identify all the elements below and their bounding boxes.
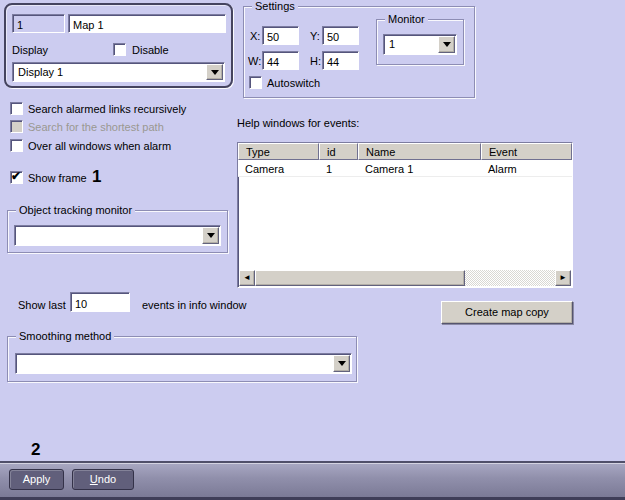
autoswitch-checkbox[interactable] <box>249 76 262 89</box>
settings-title: Settings <box>252 0 298 12</box>
chevron-down-icon[interactable] <box>202 227 219 244</box>
shortest-path-checkbox <box>10 120 23 133</box>
disable-checkbox-label: Disable <box>132 44 169 57</box>
help-windows-label: Help windows for events: <box>237 117 359 130</box>
annotation-step-1: 1 <box>92 168 100 185</box>
display-select-value: Display 1 <box>18 66 63 78</box>
smoothing-group: Smoothing method <box>7 336 357 382</box>
map-id-field[interactable] <box>12 14 65 33</box>
monitor-select[interactable]: 1 <box>383 34 457 55</box>
help-events-table: Type id Name Event Camera 1 Camera 1 Ala… <box>237 142 573 288</box>
w-label: W: <box>248 55 261 68</box>
h-label: H: <box>310 55 321 68</box>
over-all-windows-checkbox[interactable] <box>10 139 23 152</box>
chevron-down-icon[interactable] <box>438 36 455 53</box>
object-tracking-title: Object tracking monitor <box>16 204 135 216</box>
column-header-event[interactable]: Event <box>481 143 572 160</box>
cell-type: Camera <box>238 160 319 176</box>
bottom-toolbar: Apply Undo <box>0 461 625 500</box>
shortest-path-label: Search for the shortest path <box>28 121 164 134</box>
column-header-type[interactable]: Type <box>238 143 319 160</box>
events-info-window-label: events in info window <box>142 299 247 312</box>
undo-button-label: ndo <box>98 473 116 485</box>
smoothing-field <box>15 353 352 374</box>
create-map-copy-label: Create map copy <box>465 306 549 318</box>
scroll-right-icon[interactable]: ► <box>555 270 571 286</box>
over-all-windows-label: Over all windows when alarm <box>28 140 171 153</box>
disable-checkbox[interactable] <box>113 43 126 56</box>
map-name-field[interactable] <box>68 14 226 33</box>
chevron-down-icon[interactable] <box>333 355 350 372</box>
cell-name: Camera 1 <box>358 160 481 176</box>
help-events-table-header: Type id Name Event <box>238 143 572 160</box>
y-label: Y: <box>310 30 320 43</box>
monitor-value: 1 <box>389 38 395 50</box>
search-alarmed-label: Search alarmed links recursively <box>28 103 186 116</box>
cell-id: 1 <box>319 160 358 176</box>
h-field[interactable] <box>322 51 359 70</box>
display-select[interactable]: Display 1 <box>12 62 225 82</box>
object-tracking-select[interactable] <box>14 225 221 246</box>
scrollbar-thumb[interactable] <box>255 270 465 286</box>
autoswitch-label: Autoswitch <box>267 77 320 90</box>
column-header-id[interactable]: id <box>319 143 358 160</box>
y-field[interactable] <box>322 26 359 45</box>
search-alarmed-checkbox[interactable] <box>10 102 23 115</box>
apply-button-label: Apply <box>23 473 51 485</box>
horizontal-scrollbar[interactable]: ◄ ► <box>239 270 571 286</box>
smoothing-title: Smoothing method <box>16 330 114 342</box>
apply-button[interactable]: Apply <box>9 469 64 490</box>
chevron-down-icon[interactable] <box>206 64 223 80</box>
cell-event: Alarm <box>481 160 572 176</box>
column-header-name[interactable]: Name <box>358 143 481 160</box>
monitor-title: Monitor <box>385 13 428 25</box>
show-last-label: Show last <box>18 299 66 312</box>
undo-accel: U <box>90 473 98 485</box>
create-map-copy-button[interactable]: Create map copy <box>441 301 573 324</box>
show-frame-checkbox[interactable]: ✔ <box>10 171 23 184</box>
show-frame-label: Show frame <box>28 172 87 185</box>
scroll-left-icon[interactable]: ◄ <box>239 270 255 286</box>
map-identity-group: Display Disable Display 1 <box>4 3 233 88</box>
x-label: X: <box>250 30 260 43</box>
x-field[interactable] <box>262 26 299 45</box>
object-tracking-group: Object tracking monitor <box>7 210 228 253</box>
show-last-input[interactable] <box>70 292 130 312</box>
settings-group: Settings X: Y: W: H: Monitor 1 Autoswitc… <box>243 6 475 98</box>
display-select-field: Display 1 <box>12 62 225 82</box>
object-tracking-field <box>14 225 221 246</box>
display-label: Display <box>12 44 48 57</box>
smoothing-select[interactable] <box>15 353 352 374</box>
map-settings-panel: Display Disable Display 1 Search alarmed… <box>0 0 625 500</box>
table-row[interactable]: Camera 1 Camera 1 Alarm <box>238 160 572 177</box>
annotation-step-2: 2 <box>31 441 39 458</box>
check-icon: ✔ <box>11 170 21 183</box>
undo-button[interactable]: Undo <box>72 469 134 490</box>
w-field[interactable] <box>262 51 299 70</box>
monitor-group: Monitor 1 <box>376 19 464 65</box>
